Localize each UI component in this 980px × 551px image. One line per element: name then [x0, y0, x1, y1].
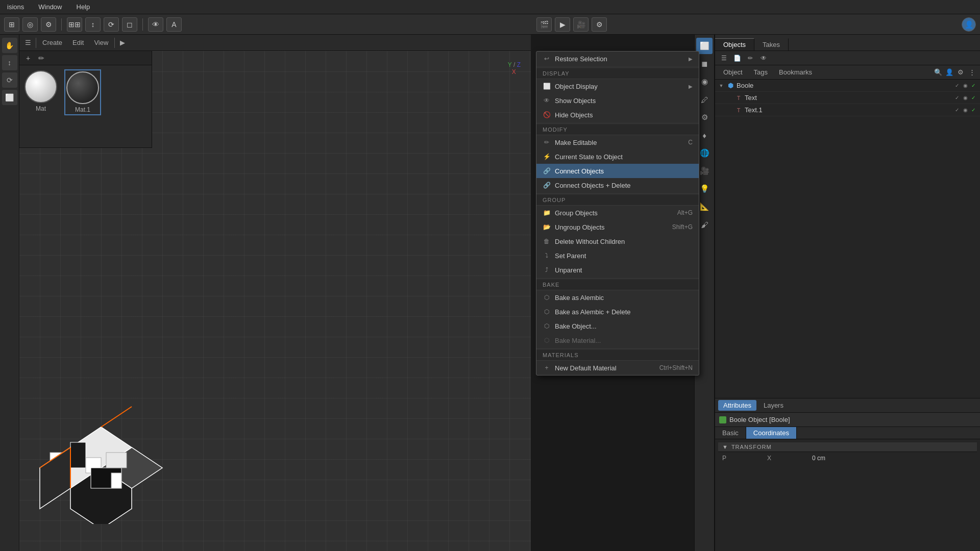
obj-name-icon [719, 416, 726, 423]
transform-section-header[interactable]: ▼ TRANSFORM [718, 442, 977, 452]
subtab-bookmarks[interactable]: Bookmarks [774, 67, 817, 78]
mode-btn-4[interactable]: ⊞⊞ [67, 17, 82, 32]
more-icon[interactable]: ⋮ [967, 67, 977, 78]
select-tool[interactable]: ⬜ [2, 90, 17, 105]
svg-rect-4 [70, 442, 86, 468]
vp-edit-btn[interactable]: Edit [68, 38, 88, 47]
ctx-bake-alembic-delete[interactable]: ⬡ Bake as Alembic + Delete [536, 305, 699, 319]
boole-checks: ✓ ◉ ✓ [953, 82, 977, 89]
attr-tab-basic[interactable]: Basic [715, 427, 746, 439]
top-toolbar: ⊞ ◎ ⚙ ⊞⊞ ↕ ⟳ ◻ 👁 A 🎬 ▶ 🎥 ⚙ 👤 [0, 14, 980, 35]
text1-arrow [726, 107, 732, 113]
mat-add-btn[interactable]: + [22, 53, 34, 64]
bake-alembic-del-label: Bake as Alembic + Delete [555, 308, 693, 316]
obj-file-btn[interactable]: 📄 [731, 53, 743, 64]
ctx-bake-alembic[interactable]: ⬡ Bake as Alembic [536, 290, 699, 305]
play-btn[interactable]: ▶ [555, 17, 570, 32]
text1-check1[interactable]: ✓ [953, 107, 961, 114]
display-header: DISPLAY [536, 68, 699, 79]
text1-checks: ✓ ◉ ✓ [953, 107, 977, 114]
user-btn[interactable]: 👤 [962, 17, 976, 32]
mode-btn-8[interactable]: 👁 [148, 17, 163, 32]
mode-btn-5[interactable]: ↕ [85, 17, 101, 32]
vp-more-btn[interactable]: ▶ [117, 37, 128, 48]
ctx-connect-objects[interactable]: 🔗 Connect Objects [536, 164, 699, 178]
bake-mat-label: Bake Material... [555, 337, 693, 344]
tree-row-text1[interactable]: T Text.1 ✓ ◉ ✓ [715, 104, 980, 116]
vp-sep1 [36, 38, 36, 48]
set-parent-label: Set Parent [555, 252, 693, 260]
restore-label: Restore Selection [555, 55, 684, 63]
material-mat1[interactable]: Mat.1 [65, 70, 100, 114]
menu-isions[interactable]: isions [4, 2, 27, 12]
record-btn[interactable]: 🎥 [573, 17, 589, 32]
user-icon[interactable]: 👤 [944, 67, 954, 78]
ctx-hide-objects[interactable]: 🚫 Hide Objects [536, 108, 699, 122]
ctx-make-editable[interactable]: ✏ Make Editable C [536, 135, 699, 149]
ctx-delete-no-children[interactable]: 🗑 Delete Without Children [536, 234, 699, 248]
ctx-restore-selection[interactable]: ↩ Restore Selection ▶ [536, 52, 699, 66]
material-mat[interactable]: Mat [24, 70, 57, 114]
mode-btn-1[interactable]: ⊞ [4, 17, 19, 32]
filter-icon[interactable]: ⚙ [955, 67, 966, 78]
menu-window[interactable]: Window [35, 2, 65, 12]
tab-layers[interactable]: Layers [758, 400, 789, 411]
obj-view-btn[interactable]: 👁 [758, 53, 769, 64]
vp-view-btn[interactable]: View [90, 38, 112, 47]
svg-rect-11 [106, 453, 127, 468]
mat-del-btn[interactable]: ✏ [36, 53, 47, 64]
mode-btn-9[interactable]: A [166, 17, 182, 32]
ctx-bake-object[interactable]: ⬡ Bake Object... [536, 319, 699, 333]
mode-btn-3[interactable]: ⚙ [41, 17, 56, 32]
ctx-set-parent[interactable]: ⤵ Set Parent [536, 248, 699, 263]
tab-takes[interactable]: Takes [754, 38, 789, 51]
connect-del-label: Connect Objects + Delete [555, 182, 693, 189]
camera-btn[interactable]: 🎬 [536, 17, 552, 32]
ctx-group-objects[interactable]: 📁 Group Objects Alt+G [536, 206, 699, 220]
tab-attributes[interactable]: Attributes [718, 400, 756, 411]
tree-row-boole[interactable]: ▼ ⬢ Boole ✓ ◉ ✓ [715, 80, 980, 92]
text-check2[interactable]: ◉ [962, 94, 969, 102]
tree-row-text[interactable]: T Text ✓ ◉ ✓ [715, 92, 980, 104]
boole-check3[interactable]: ✓ [970, 82, 977, 89]
ctx-current-state[interactable]: ⚡ Current State to Object [536, 149, 699, 164]
ctx-connect-delete[interactable]: 🔗 Connect Objects + Delete [536, 178, 699, 192]
vp-menu-btn[interactable]: ☰ [22, 37, 34, 48]
make-editable-icon: ✏ [543, 138, 551, 146]
ctx-object-display[interactable]: ⬜ Object Display ▶ [536, 79, 699, 93]
text-check3[interactable]: ✓ [970, 94, 977, 102]
text1-check3[interactable]: ✓ [970, 107, 977, 114]
ctx-show-objects[interactable]: 👁 Show Objects [536, 93, 699, 108]
text-check1[interactable]: ✓ [953, 94, 961, 102]
ctx-ungroup-objects[interactable]: 📂 Ungroup Objects Shift+G [536, 220, 699, 234]
subtab-object[interactable]: Object [718, 67, 748, 78]
boole-check2[interactable]: ◉ [962, 82, 969, 89]
text1-check2[interactable]: ◉ [962, 107, 969, 114]
bake-alembic-label: Bake as Alembic [555, 294, 693, 302]
tab-objects[interactable]: Objects [715, 38, 754, 51]
attr-tab-coords[interactable]: Coordinates [746, 427, 797, 439]
subtab-tags[interactable]: Tags [749, 67, 773, 78]
ctx-unparent[interactable]: ⤴ Unparent [536, 263, 699, 277]
mode-btn-7[interactable]: ◻ [122, 17, 137, 32]
mode-btn-2[interactable]: ◎ [22, 17, 38, 32]
search-icon[interactable]: 🔍 [933, 67, 943, 78]
move-tool[interactable]: ✋ [2, 38, 17, 53]
sep-group [536, 193, 699, 194]
x-value[interactable]: 0 cm [812, 455, 825, 462]
bottom-panel-tabs: Attributes Layers [715, 398, 980, 413]
mode-btn-6[interactable]: ⟳ [104, 17, 119, 32]
settings-btn[interactable]: ⚙ [592, 17, 607, 32]
material-toolbar: + ✏ [19, 51, 152, 65]
menu-help[interactable]: Help [74, 2, 93, 12]
rotate-tool[interactable]: ⟳ [2, 72, 17, 88]
vp-create-btn[interactable]: Create [38, 38, 66, 47]
ctx-new-material[interactable]: + New Default Material Ctrl+Shift+N [536, 361, 699, 375]
boole-check1[interactable]: ✓ [953, 82, 961, 89]
obj-edit-btn[interactable]: ✏ [745, 53, 756, 64]
ctx-bake-material[interactable]: ⬡ Bake Material... [536, 333, 699, 347]
boole-arrow: ▼ [718, 83, 724, 89]
scale-tool[interactable]: ↕ [2, 55, 17, 70]
obj-menu-btn[interactable]: ☰ [718, 53, 729, 64]
group-header: GROUP [536, 195, 699, 206]
